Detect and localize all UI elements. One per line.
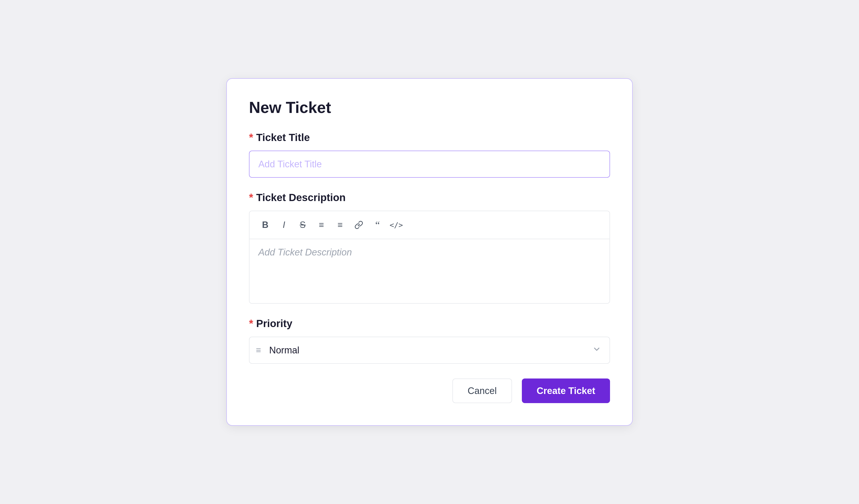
ordered-list-button[interactable]: ≡ [313, 216, 330, 234]
ticket-title-group: * Ticket Title [249, 131, 610, 178]
required-star-priority: * [249, 317, 253, 330]
italic-button[interactable]: I [275, 216, 293, 234]
ticket-description-group: * Ticket Description B I S ≡ [249, 191, 610, 304]
link-button[interactable] [350, 216, 368, 234]
editor-toolbar: B I S ≡ ≡ [250, 211, 609, 239]
priority-select-wrapper: ≡ Low Normal High Urgent [249, 337, 610, 364]
priority-select[interactable]: Low Normal High Urgent [249, 337, 610, 364]
new-ticket-modal: New Ticket * Ticket Title * Ticket Descr… [226, 78, 633, 426]
ticket-description-label: * Ticket Description [249, 191, 610, 204]
blockquote-button[interactable]: “ [369, 216, 387, 234]
unordered-list-button[interactable]: ≡ [331, 216, 349, 234]
required-star-description: * [249, 191, 253, 204]
modal-actions: Cancel Create Ticket [249, 378, 610, 403]
modal-title: New Ticket [249, 98, 610, 117]
ticket-title-label: * Ticket Title [249, 131, 610, 144]
priority-group: * Priority ≡ Low Normal High Urgent [249, 317, 610, 364]
required-star-title: * [249, 131, 253, 144]
create-ticket-button[interactable]: Create Ticket [522, 378, 610, 403]
bold-button[interactable]: B [256, 216, 274, 234]
strikethrough-button[interactable]: S [294, 216, 312, 234]
cancel-button[interactable]: Cancel [452, 378, 512, 403]
modal-overlay: New Ticket * Ticket Title * Ticket Descr… [0, 0, 859, 504]
description-editor-body[interactable]: Add Ticket Description [250, 239, 609, 303]
ticket-title-input[interactable] [249, 151, 610, 178]
priority-label: * Priority [249, 317, 610, 330]
code-button[interactable]: </> [387, 216, 405, 234]
description-editor: B I S ≡ ≡ [249, 211, 610, 304]
